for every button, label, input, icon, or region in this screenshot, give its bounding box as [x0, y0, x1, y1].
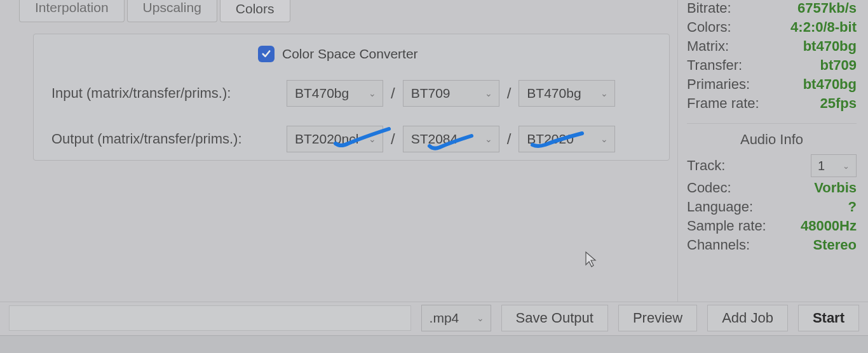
- input-matrix-value: BT470bg: [295, 86, 349, 101]
- save-output-button[interactable]: Save Output: [501, 305, 608, 331]
- primaries-label: Primaries:: [687, 76, 750, 93]
- chevron-down-icon: ⌄: [369, 88, 376, 98]
- output-transfer-value: ST2084: [411, 131, 458, 147]
- output-transfer-select[interactable]: ST2084 ⌄: [403, 126, 499, 152]
- output-path-input[interactable]: [9, 305, 411, 331]
- output-prims-select[interactable]: BT2020 ⌄: [519, 126, 615, 152]
- track-select[interactable]: 1 ⌄: [811, 154, 857, 177]
- color-space-group: Color Space Converter Input (matrix/tran…: [33, 34, 670, 161]
- chevron-down-icon: ⌄: [485, 134, 492, 144]
- language-label: Language:: [687, 199, 753, 215]
- color-space-checkbox[interactable]: [258, 46, 275, 62]
- channels-label: Channels:: [687, 237, 750, 253]
- separator: /: [507, 130, 512, 148]
- colors-value: 4:2:0/8-bit: [790, 19, 857, 36]
- preview-button[interactable]: Preview: [618, 305, 697, 331]
- colors-label: Colors:: [687, 19, 731, 36]
- output-matrix-select[interactable]: BT2020ncl ⌄: [287, 126, 383, 152]
- samplerate-value: 48000Hz: [801, 218, 857, 234]
- framerate-value: 25fps: [820, 95, 857, 112]
- input-row-label: Input (matrix/transfer/prims.):: [51, 85, 287, 102]
- chevron-down-icon: ⌄: [477, 313, 484, 323]
- color-space-label: Color Space Converter: [282, 46, 418, 62]
- input-transfer-value: BT709: [411, 86, 451, 101]
- separator: /: [391, 84, 395, 102]
- status-bar: [0, 335, 868, 353]
- bitrate-label: Bitrate:: [687, 0, 731, 17]
- tab-interpolation[interactable]: Interpolation: [19, 0, 125, 22]
- primaries-value: bt470bg: [803, 76, 857, 93]
- input-prims-value: BT470bg: [527, 86, 581, 101]
- codec-label: Codec:: [687, 180, 731, 196]
- add-job-button[interactable]: Add Job: [707, 305, 788, 331]
- audio-info-title: Audio Info: [687, 123, 857, 148]
- bitrate-value: 6757kb/s: [797, 0, 857, 17]
- chevron-down-icon: ⌄: [600, 134, 608, 144]
- bottom-toolbar: .mp4 ⌄ Save Output Preview Add Job Start: [0, 302, 868, 333]
- codec-value: Vorbis: [814, 180, 857, 196]
- input-matrix-select[interactable]: BT470bg ⌄: [287, 80, 383, 107]
- input-transfer-select[interactable]: BT709 ⌄: [403, 80, 499, 107]
- track-label: Track:: [687, 157, 725, 174]
- cursor-icon: [585, 251, 597, 269]
- info-panel: Bitrate:6757kb/s Colors:4:2:0/8-bit Matr…: [677, 0, 868, 302]
- input-prims-select[interactable]: BT470bg ⌄: [519, 80, 615, 107]
- samplerate-label: Sample rate:: [687, 218, 766, 234]
- framerate-label: Frame rate:: [687, 95, 759, 112]
- separator: /: [507, 84, 512, 102]
- extension-value: .mp4: [430, 310, 459, 326]
- transfer-label: Transfer:: [687, 57, 742, 74]
- tab-bar: Interpolation Upscaling Colors: [8, 0, 670, 22]
- output-row-label: Output (matrix/transfer/prims.):: [51, 131, 287, 147]
- matrix-label: Matrix:: [687, 38, 729, 55]
- matrix-value: bt470bg: [803, 38, 857, 55]
- language-value: ?: [848, 199, 857, 215]
- check-icon: [261, 48, 272, 60]
- output-matrix-value: BT2020ncl: [295, 131, 358, 147]
- output-prims-value: BT2020: [527, 131, 574, 147]
- start-button[interactable]: Start: [798, 305, 859, 331]
- transfer-value: bt709: [820, 57, 857, 74]
- tab-upscaling[interactable]: Upscaling: [127, 0, 217, 22]
- channels-value: Stereo: [813, 237, 857, 253]
- separator: /: [391, 130, 395, 148]
- track-value: 1: [818, 159, 825, 173]
- extension-select[interactable]: .mp4 ⌄: [421, 305, 491, 331]
- tab-colors[interactable]: Colors: [220, 0, 290, 22]
- chevron-down-icon: ⌄: [485, 88, 492, 98]
- chevron-down-icon: ⌄: [600, 88, 608, 98]
- chevron-down-icon: ⌄: [843, 161, 850, 171]
- chevron-down-icon: ⌄: [369, 134, 376, 144]
